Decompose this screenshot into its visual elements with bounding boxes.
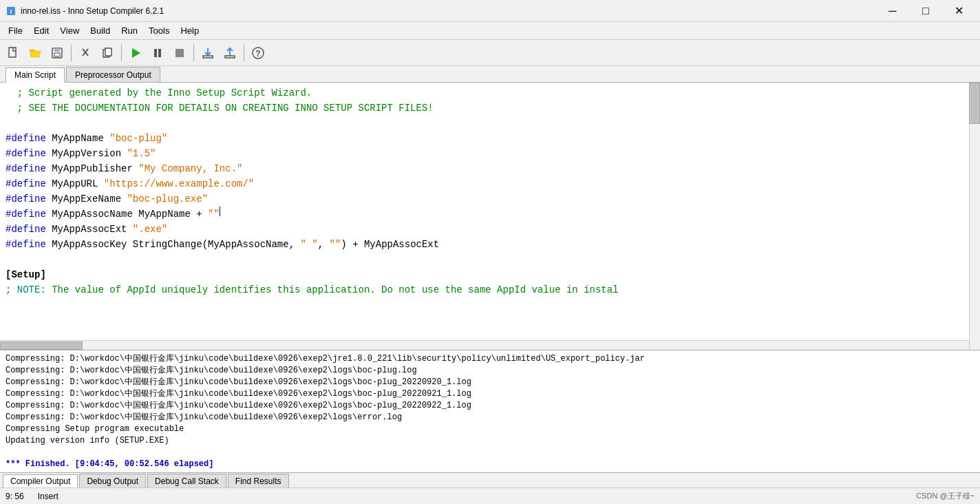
copy-button[interactable] (97, 43, 118, 63)
output-tab-call-stack[interactable]: Debug Call Stack (147, 474, 226, 487)
menu-build[interactable]: Build (85, 23, 116, 38)
svg-text:I: I (10, 8, 12, 15)
svg-rect-12 (154, 49, 157, 57)
output-tab-find-results[interactable]: Find Results (228, 474, 289, 487)
tab-preprocessor-output[interactable]: Preprocessor Output (66, 67, 160, 82)
svg-rect-10 (105, 48, 111, 56)
toolbar-separator-4 (244, 45, 244, 61)
code-line-3 (0, 116, 980, 131)
output-panel: Compressing: D:\workdoc\中国银行金库\jinku\cod… (0, 350, 980, 487)
app-icon: I (6, 6, 17, 17)
cut-button[interactable] (75, 43, 96, 63)
minimize-button[interactable]: ─ (877, 0, 908, 22)
output-line-2: Compressing: D:\workdoc\中国银行金库\jinku\cod… (6, 365, 974, 377)
close-button[interactable]: ✕ (943, 0, 974, 22)
tab-main-script[interactable]: Main Script (6, 67, 65, 83)
status-left: 9: 56 Insert (6, 492, 916, 501)
output-tab-compiler[interactable]: Compiler Output (3, 474, 78, 487)
code-line-10: #define MyAppAssocExt ".exe" (0, 222, 980, 237)
code-line-4: #define MyAppName "boc-plug" (0, 131, 980, 146)
code-line-11: #define MyAppAssocKey StringChange(MyApp… (0, 237, 980, 252)
menu-view[interactable]: View (54, 23, 85, 38)
menu-bar: File Edit View Build Run Tools Help (0, 22, 980, 40)
text-cursor (220, 207, 220, 216)
scrollbar-track[interactable] (0, 341, 980, 350)
svg-rect-16 (225, 56, 235, 58)
vertical-scrollbar-thumb[interactable] (969, 83, 980, 124)
toolbar: ? (0, 40, 980, 66)
output-tab-debug[interactable]: Debug Output (79, 474, 146, 487)
open-file-button[interactable] (25, 43, 45, 63)
main-area: ; Script generated by the Inno Setup Scr… (0, 83, 980, 487)
menu-edit[interactable]: Edit (28, 23, 54, 38)
code-line-2: ; SEE THE DOCUMENTATION FOR DETAILS ON C… (0, 101, 980, 116)
output-tabs: Compiler Output Debug Output Debug Call … (0, 472, 980, 487)
stop-button[interactable] (169, 43, 190, 63)
pause-button[interactable] (147, 43, 168, 63)
window-title: inno-rel.iss - Inno Setup Compiler 6.2.1 (21, 6, 877, 16)
output-line-3: Compressing: D:\workdoc\中国银行金库\jinku\cod… (6, 377, 974, 388)
output-line-1: Compressing: D:\workdoc\中国银行金库\jinku\cod… (6, 353, 974, 365)
svg-rect-3 (30, 50, 35, 51)
toolbar-separator-2 (121, 45, 122, 61)
menu-file[interactable]: File (3, 23, 28, 38)
upload-button[interactable] (220, 43, 240, 63)
code-line-14: ; NOTE: The value of AppId uniquely iden… (0, 282, 980, 297)
output-line-8: Updating version info (SETUP.EXE) (6, 435, 974, 447)
editor-tabs: Main Script Preprocessor Output (0, 66, 980, 83)
svg-rect-5 (54, 48, 60, 52)
menu-help[interactable]: Help (175, 23, 204, 38)
vertical-scrollbar[interactable] (969, 83, 980, 350)
save-button[interactable] (47, 43, 67, 63)
status-watermark: CSDN @王子様~ (916, 491, 974, 501)
output-content: Compressing: D:\workdoc\中国银行金库\jinku\cod… (0, 350, 980, 472)
download-button[interactable] (198, 43, 218, 63)
output-line-6: Compressing: D:\workdoc\中国银行金库\jinku\cod… (6, 412, 974, 423)
toolbar-separator-1 (71, 45, 72, 61)
output-finished: *** Finished. [9:04:45, 00:52.546 elapse… (6, 459, 974, 470)
output-line-4: Compressing: D:\workdoc\中国银行金库\jinku\cod… (6, 388, 974, 400)
svg-rect-2 (9, 48, 16, 57)
code-line-9: #define MyAppAssocName MyAppName + "" (0, 207, 980, 222)
horizontal-scrollbar[interactable] (0, 340, 980, 350)
run-button[interactable] (125, 43, 146, 63)
svg-marker-11 (132, 48, 140, 58)
editor[interactable]: ; Script generated by the Inno Setup Scr… (0, 83, 980, 350)
help-button[interactable]: ? (248, 43, 268, 63)
code-line-1: ; Script generated by the Inno Setup Scr… (0, 85, 980, 101)
title-bar: I inno-rel.iss - Inno Setup Compiler 6.2… (0, 0, 980, 22)
menu-run[interactable]: Run (116, 23, 143, 38)
svg-rect-14 (175, 49, 184, 57)
code-line-6: #define MyAppPublisher "My Company, Inc.… (0, 161, 980, 176)
toolbar-separator-3 (193, 45, 194, 61)
menu-tools[interactable]: Tools (143, 23, 175, 38)
output-line-5: Compressing: D:\workdoc\中国银行金库\jinku\cod… (6, 400, 974, 412)
code-line-5: #define MyAppVersion "1.5" (0, 146, 980, 161)
status-mode: Insert (38, 492, 58, 501)
editor-content[interactable]: ; Script generated by the Inno Setup Scr… (0, 83, 980, 340)
code-line-12 (0, 252, 980, 267)
svg-rect-6 (54, 53, 60, 56)
new-file-button[interactable] (3, 43, 23, 63)
status-bar: 9: 56 Insert CSDN @王子様~ (0, 487, 980, 504)
code-line-13: [Setup] (0, 267, 980, 282)
code-line-8: #define MyAppExeName "boc-plug.exe" (0, 191, 980, 207)
status-position: 9: 56 (6, 492, 24, 501)
maximize-button[interactable]: □ (910, 0, 941, 22)
svg-rect-13 (158, 49, 161, 57)
code-line-7: #define MyAppURL "https://www.example.co… (0, 176, 980, 191)
window-controls: ─ □ ✕ (877, 0, 974, 22)
svg-rect-15 (203, 56, 213, 58)
scrollbar-thumb[interactable] (0, 342, 83, 350)
svg-text:?: ? (255, 49, 260, 59)
output-line-blank (6, 447, 974, 459)
output-line-7: Compressing Setup program executable (6, 423, 974, 435)
